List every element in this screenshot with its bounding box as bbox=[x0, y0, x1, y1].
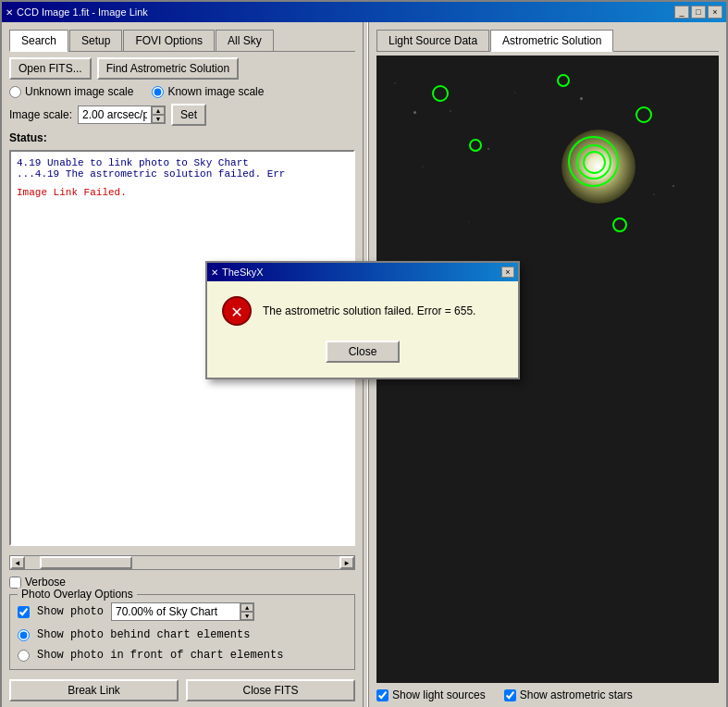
dialog-close-x[interactable]: × bbox=[501, 267, 514, 278]
dialog-message-row: ✕ The astrometric solution failed. Error… bbox=[222, 296, 503, 326]
main-window: ✕ CCD Image 1.fit - Image Link _ □ × Sea… bbox=[0, 0, 728, 707]
dialog-content: ✕ The astrometric solution failed. Error… bbox=[207, 281, 518, 378]
dialog-buttons: Close bbox=[222, 341, 503, 363]
dialog-title: TheSkyX bbox=[222, 267, 264, 278]
dialog-close-button[interactable]: Close bbox=[326, 341, 400, 363]
dialog-message: The astrometric solution failed. Error =… bbox=[263, 304, 475, 317]
dialog-title-left: ✕ TheSkyX bbox=[211, 267, 264, 278]
dialog-title-bar: ✕ TheSkyX × bbox=[207, 263, 518, 281]
dialog-icon: ✕ bbox=[211, 267, 218, 278]
dialog-overlay: ✕ TheSkyX × ✕ The astrometric solution f… bbox=[2, 2, 726, 705]
error-icon: ✕ bbox=[222, 296, 252, 326]
error-dialog: ✕ TheSkyX × ✕ The astrometric solution f… bbox=[205, 261, 520, 379]
